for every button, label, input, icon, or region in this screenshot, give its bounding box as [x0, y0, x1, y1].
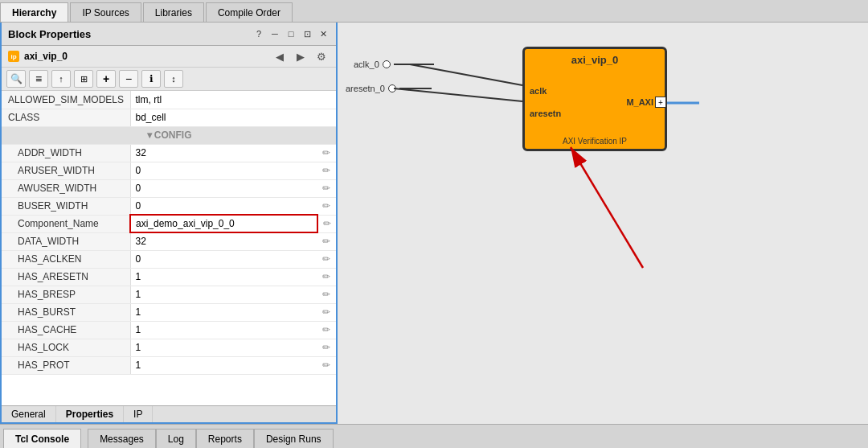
property-value[interactable]: axi_demo_axi_vip_0_0 — [130, 215, 317, 232]
property-value[interactable]: 0 — [130, 162, 317, 179]
aclk-line — [394, 64, 434, 65]
property-value[interactable]: 1 — [130, 339, 317, 356]
property-value[interactable]: 0 — [130, 250, 317, 268]
table-row: ARUSER_WIDTH 0 ✏ — [2, 162, 336, 179]
m-axi-label: M_AXI — [626, 97, 653, 107]
tab-reports[interactable]: Reports — [196, 429, 254, 448]
property-name: HAS_BURST — [2, 303, 130, 321]
table-row: ADDR_WIDTH 32 ✏ — [2, 144, 336, 162]
edit-icon[interactable]: ✏ — [317, 215, 336, 232]
property-name: BUSER_WIDTH — [2, 197, 130, 215]
table-row: HAS_ACLKEN 0 ✏ — [2, 250, 336, 268]
edit-icon[interactable]: ✏ — [317, 197, 336, 215]
edit-icon[interactable]: ✏ — [317, 286, 336, 303]
table-row: DATA_WIDTH 32 ✏ — [2, 232, 336, 250]
edit-icon[interactable]: ✏ — [317, 250, 336, 268]
property-value[interactable]: 32 — [130, 144, 317, 162]
forward-button[interactable]: ▶ — [293, 49, 309, 64]
property-value[interactable]: 0 — [130, 179, 317, 197]
edit-icon[interactable]: ✏ — [317, 321, 336, 339]
tab-ip[interactable]: IP — [124, 406, 153, 422]
table-row: ALLOWED_SIM_MODELS tlm, rtl — [2, 91, 336, 109]
edit-icon[interactable]: ✏ — [317, 303, 336, 321]
edit-icon[interactable]: ✏ — [317, 268, 336, 286]
table-row: HAS_ARESETN 1 ✏ — [2, 268, 336, 286]
edit-icon[interactable]: ✏ — [317, 144, 336, 162]
edit-icon[interactable]: ✏ — [317, 179, 336, 197]
tab-hierarchy[interactable]: Hierarchy — [0, 2, 68, 22]
aresetn-port-label: aresetn — [530, 109, 561, 118]
property-value[interactable]: 32 — [130, 232, 317, 250]
tab-libraries[interactable]: Libraries — [143, 2, 204, 22]
help-button[interactable]: ? — [252, 27, 265, 40]
aclk-signal: aclk_0 — [354, 60, 434, 69]
edit-icon[interactable]: ✏ — [317, 356, 336, 374]
sort-button[interactable]: ↕ — [164, 70, 183, 88]
table-row: HAS_PROT 1 ✏ — [2, 356, 336, 374]
tab-ip-sources[interactable]: IP Sources — [70, 2, 141, 22]
minimize-button[interactable]: ─ — [268, 27, 281, 40]
property-value[interactable]: 0 — [130, 197, 317, 215]
group-icon: ⊞ — [80, 74, 88, 84]
tab-log[interactable]: Log — [156, 429, 196, 448]
property-name: HAS_BRESP — [2, 286, 130, 303]
edit-icon[interactable]: ✏ — [317, 339, 336, 356]
property-name: AWUSER_WIDTH — [2, 179, 130, 197]
svg-line-4 — [571, 147, 643, 268]
filter-button[interactable]: ≡ — [29, 70, 48, 88]
table-row: HAS_BURST 1 ✏ — [2, 303, 336, 321]
section-label: ▾ CONFIG — [2, 126, 336, 144]
tab-properties[interactable]: Properties — [56, 406, 124, 422]
property-value[interactable]: 1 — [130, 321, 317, 339]
add-button[interactable]: + — [96, 70, 116, 88]
add-icon: + — [103, 72, 109, 85]
property-value: bd_cell — [130, 109, 317, 126]
search-icon: 🔍 — [10, 73, 23, 84]
aresetn-circle — [388, 84, 396, 92]
property-value[interactable]: 1 — [130, 286, 317, 303]
right-canvas: aclk_0 aresetn_0 axi_vip_0 aclk aresetn … — [338, 23, 868, 424]
table-row: ▾ CONFIG — [2, 126, 336, 144]
properties-table-container[interactable]: ALLOWED_SIM_MODELS tlm, rtl CLASS bd_cel… — [2, 91, 336, 405]
table-row: AWUSER_WIDTH 0 ✏ — [2, 179, 336, 197]
property-value: tlm, rtl — [130, 91, 317, 109]
remove-button[interactable]: − — [119, 70, 138, 88]
tab-general[interactable]: General — [2, 406, 56, 422]
back-button[interactable]: ◀ — [272, 49, 288, 64]
collapse-icon: ↑ — [59, 74, 63, 84]
info-button[interactable]: ℹ — [141, 70, 161, 88]
bottom-tabs-bar: Tcl Console Messages Log Reports Design … — [0, 424, 868, 448]
maximize-button[interactable]: ⊡ — [301, 27, 313, 40]
group-button[interactable]: ⊞ — [74, 70, 93, 88]
top-tab-bar: Hierarchy IP Sources Libraries Compile O… — [0, 0, 868, 23]
table-row: CLASS bd_cell — [2, 109, 336, 126]
property-value[interactable]: 1 — [130, 268, 317, 286]
collapse-button[interactable]: ↑ — [51, 70, 71, 88]
tab-compile-order[interactable]: Compile Order — [206, 2, 293, 22]
table-row: HAS_LOCK 1 ✏ — [2, 339, 336, 356]
property-name: HAS_LOCK — [2, 339, 130, 356]
property-name: HAS_PROT — [2, 356, 130, 374]
property-name: CLASS — [2, 109, 130, 126]
tab-tcl-console[interactable]: Tcl Console — [3, 429, 81, 448]
restore-button[interactable]: □ — [285, 27, 297, 40]
aresetn-label: aresetn_0 — [346, 84, 385, 93]
tab-messages[interactable]: Messages — [88, 429, 156, 448]
aresetn-line — [399, 88, 432, 89]
right-ports: M_AXI + — [626, 97, 666, 108]
settings-button[interactable]: ⚙ — [313, 49, 330, 64]
panel-bottom-tabs: General Properties IP — [2, 405, 336, 422]
block-name: axi_vip_0 — [24, 51, 267, 62]
close-button[interactable]: ✕ — [317, 27, 330, 40]
axi-vip-block[interactable]: axi_vip_0 aclk aresetn M_AXI + AXI Verif… — [522, 47, 667, 151]
edit-icon[interactable]: ✏ — [317, 232, 336, 250]
table-row: HAS_BRESP 1 ✏ — [2, 286, 336, 303]
search-button[interactable]: 🔍 — [6, 70, 26, 88]
m-axi-plus[interactable]: + — [655, 97, 666, 108]
tab-design-runs[interactable]: Design Runs — [254, 429, 334, 448]
block-name-row: ip axi_vip_0 ◀ ▶ ⚙ — [2, 46, 336, 68]
property-value[interactable]: 1 — [130, 303, 317, 321]
property-value[interactable]: 1 — [130, 356, 317, 374]
edit-icon[interactable]: ✏ — [317, 162, 336, 179]
properties-table: ALLOWED_SIM_MODELS tlm, rtl CLASS bd_cel… — [2, 91, 336, 375]
